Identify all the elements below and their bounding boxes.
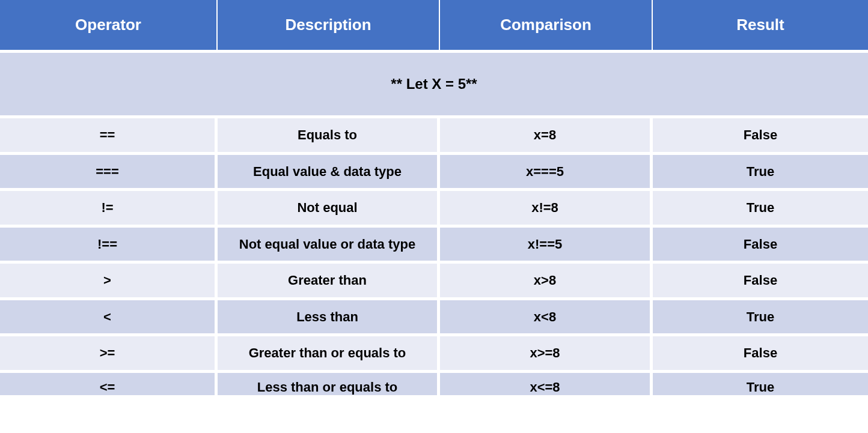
cell-result: True: [653, 300, 868, 334]
cell-description: Greater than or equals to: [218, 336, 440, 370]
cell-result: False: [653, 118, 868, 152]
cell-operator: !=: [0, 191, 218, 225]
cell-comparison: x>8: [440, 264, 653, 297]
table-row: < Less than x<8 True: [0, 297, 868, 334]
cell-comparison: x=8: [440, 118, 653, 152]
comparison-operators-table: Operator Description Comparison Result *…: [0, 0, 868, 395]
assumption-banner: ** Let X = 5**: [0, 50, 868, 115]
cell-description: Equal value & data type: [218, 155, 440, 189]
col-header-result: Result: [653, 0, 868, 50]
cell-result: True: [653, 155, 868, 189]
col-header-operator: Operator: [0, 0, 218, 50]
cell-comparison: x<=8: [440, 373, 653, 395]
cell-comparison: x!=8: [440, 191, 653, 225]
table-row: <= Less than or equals to x<=8 True: [0, 370, 868, 395]
cell-comparison: x!==5: [440, 228, 653, 261]
table-header-row: Operator Description Comparison Result: [0, 0, 868, 50]
cell-result: False: [653, 228, 868, 261]
cell-comparison: x<8: [440, 300, 653, 334]
cell-result: True: [653, 191, 868, 225]
cell-operator: !==: [0, 228, 218, 261]
cell-result: False: [653, 264, 868, 297]
cell-description: Not equal value or data type: [218, 228, 440, 261]
cell-description: Less than or equals to: [218, 373, 440, 395]
cell-description: Less than: [218, 300, 440, 334]
cell-operator: <: [0, 300, 218, 334]
table-row: === Equal value & data type x===5 True: [0, 152, 868, 189]
col-header-comparison: Comparison: [440, 0, 653, 50]
cell-description: Greater than: [218, 264, 440, 297]
table-row: == Equals to x=8 False: [0, 115, 868, 152]
cell-comparison: x===5: [440, 155, 653, 189]
table-row: >= Greater than or equals to x>=8 False: [0, 333, 868, 370]
cell-operator: ==: [0, 118, 218, 152]
cell-comparison: x>=8: [440, 336, 653, 370]
cell-operator: <=: [0, 373, 218, 395]
cell-description: Equals to: [218, 118, 440, 152]
cell-operator: >: [0, 264, 218, 297]
col-header-description: Description: [218, 0, 440, 50]
cell-result: False: [653, 336, 868, 370]
cell-result: True: [653, 373, 868, 395]
cell-description: Not equal: [218, 191, 440, 225]
table-row: != Not equal x!=8 True: [0, 188, 868, 225]
cell-operator: ===: [0, 155, 218, 189]
cell-operator: >=: [0, 336, 218, 370]
table-row: !== Not equal value or data type x!==5 F…: [0, 225, 868, 261]
table-row: > Greater than x>8 False: [0, 261, 868, 297]
